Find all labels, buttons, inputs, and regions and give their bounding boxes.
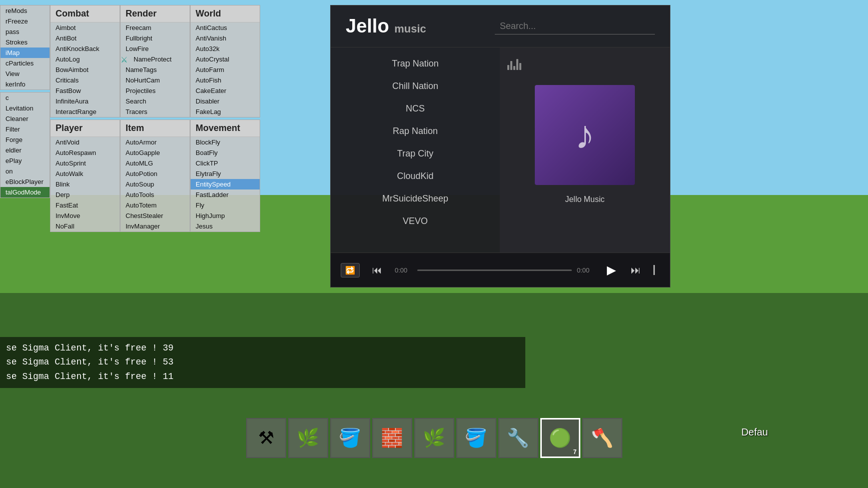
item-on[interactable]: on [1, 166, 50, 176]
item-forge[interactable]: Forge [1, 134, 50, 145]
hotbar-slot-7[interactable]: 🔧 [498, 418, 538, 458]
item-auto32k[interactable]: Auto32k [191, 44, 260, 54]
item-interactrange[interactable]: InteractRange [51, 106, 120, 117]
item-blink[interactable]: Blink [51, 179, 120, 190]
hotbar-slot-5[interactable]: 🌿 [414, 418, 454, 458]
item-cheststealer[interactable]: ChestStealer [121, 210, 190, 221]
item-jesus[interactable]: Jesus [191, 221, 260, 232]
item-autowalk[interactable]: AutoWalk [51, 168, 120, 179]
item-blockfly[interactable]: BlockFly [191, 137, 260, 148]
playlist-item-mrsuicidesheep[interactable]: MrSuicideSheep [331, 188, 500, 210]
item-anticactus[interactable]: AntiCactus [191, 22, 260, 33]
search-input[interactable] [495, 18, 655, 34]
item-view[interactable]: View [1, 68, 50, 79]
hotbar-slot-9[interactable]: 🪓 [582, 418, 622, 458]
item-eblockplayer[interactable]: eBlockPlayer [1, 176, 50, 187]
playlist-item-trapcity[interactable]: Trap City [331, 142, 500, 165]
item-fullbright[interactable]: Fullbright [121, 33, 190, 44]
item-antivanish[interactable]: AntiVanish [191, 33, 260, 44]
playlist-item-ncs[interactable]: NCS [331, 98, 500, 120]
item-autosprint[interactable]: AutoSprint [51, 158, 120, 168]
hotbar-slot-2[interactable]: 🌿 [288, 418, 328, 458]
item-tracers[interactable]: Tracers [121, 106, 190, 117]
item-projectiles[interactable]: Projectiles [121, 86, 190, 96]
item-autofarm[interactable]: AutoFarm [191, 64, 260, 75]
item-autofish[interactable]: AutoFish [191, 75, 260, 86]
item-freecam[interactable]: Freecam [121, 22, 190, 33]
item-kerinfo[interactable]: kerInfo [1, 79, 50, 90]
item-antivoid[interactable]: AntiVoid [51, 137, 120, 148]
item-fastladder[interactable]: FastLadder [191, 190, 260, 200]
music-subtitle: music [394, 22, 426, 35]
item-nohurtcam[interactable]: NoHurtCam [121, 75, 190, 86]
play-button[interactable]: ▶ [604, 260, 618, 280]
item-highjump[interactable]: HighJump [191, 210, 260, 221]
panel-item: Item AutoArmor AutoGapple AutoMLG AutoPo… [120, 120, 190, 232]
item-cparticles[interactable]: cParticles [1, 58, 50, 68]
rewind-button[interactable]: ⏮ [370, 262, 385, 278]
item-aimbot[interactable]: Aimbot [51, 22, 120, 33]
item-derp[interactable]: Derp [51, 190, 120, 200]
item-c[interactable]: c [1, 92, 50, 103]
item-eldler[interactable]: eldler [1, 145, 50, 156]
music-content: Trap Nation Chill Nation NCS Rap Nation … [331, 48, 670, 252]
item-autosoup[interactable]: AutoSoup [121, 179, 190, 190]
playlist-item-trapnation[interactable]: Trap Nation [331, 52, 500, 75]
item-nametags[interactable]: NameTags [121, 64, 190, 75]
item-fakelag[interactable]: FakeLag [191, 106, 260, 117]
item-filter[interactable]: Filter [1, 124, 50, 134]
item-fasteat[interactable]: FastEat [51, 200, 120, 210]
playlist-item-vevo[interactable]: VEVO [331, 210, 500, 232]
item-strokes[interactable]: Strokes [1, 37, 50, 48]
hotbar-slot-1[interactable]: ⚒ [246, 418, 286, 458]
item-search[interactable]: Search [121, 96, 190, 106]
item-autocrystal[interactable]: AutoCrystal [191, 54, 260, 64]
item-antibot[interactable]: AntiBot [51, 33, 120, 44]
item-nofall[interactable]: NoFall [51, 221, 120, 232]
item-infiniteaura[interactable]: InfiniteAura [51, 96, 120, 106]
playlist-item-rapnation[interactable]: Rap Nation [331, 120, 500, 142]
item-autorespawn[interactable]: AutoRespawn [51, 148, 120, 158]
item-autolog[interactable]: AutoLog [51, 54, 120, 64]
item-fly[interactable]: Fly [191, 200, 260, 210]
item-talgodmode[interactable]: talGodMode [1, 187, 50, 198]
item-elytrafly[interactable]: ElytraFly [191, 168, 260, 179]
item-fastbow[interactable]: FastBow [51, 86, 120, 96]
hotbar-slot-3[interactable]: 🪣 [330, 418, 370, 458]
item-criticals[interactable]: Criticals [51, 75, 120, 86]
item-autoarmor[interactable]: AutoArmor [121, 137, 190, 148]
playlist-item-cloudkid[interactable]: CloudKid [331, 165, 500, 188]
fast-forward-button[interactable]: ⏭ [628, 262, 643, 278]
item-autogapple[interactable]: AutoGapple [121, 148, 190, 158]
hotbar-slot-6[interactable]: 🪣 [456, 418, 496, 458]
progress-bar[interactable] [417, 270, 572, 271]
item-invmanager[interactable]: InvManager [121, 221, 190, 232]
item-invmove[interactable]: InvMove [51, 210, 120, 221]
hotbar-slot-4[interactable]: 🧱 [372, 418, 412, 458]
item-clicktp[interactable]: ClickTP [191, 158, 260, 168]
item-cleaner[interactable]: Cleaner [1, 114, 50, 124]
item-autotools[interactable]: AutoTools [121, 190, 190, 200]
item-bowaimbot[interactable]: BowAimbot [51, 64, 120, 75]
item-imap[interactable]: iMap [1, 48, 50, 58]
hotbar-slot-8[interactable]: 🟢 7 [540, 418, 580, 458]
item-rfreeze[interactable]: rFreeze [1, 16, 50, 26]
item-entityspeed[interactable]: EntitySpeed [191, 179, 260, 190]
item-disabler[interactable]: Disabler [191, 96, 260, 106]
item-levitation[interactable]: Levitation [1, 103, 50, 114]
item-boatfly[interactable]: BoatFly [191, 148, 260, 158]
item-automlg[interactable]: AutoMLG [121, 158, 190, 168]
item-antiknockback[interactable]: AntiKnockBack [51, 44, 120, 54]
loop-button[interactable]: 🔁 [341, 263, 360, 278]
item-nameprotect[interactable]: ⚔ NameProtect [121, 54, 190, 64]
panel-partial-bottom: c Levitation Cleaner Filter Forge eldler… [0, 92, 50, 198]
item-pass[interactable]: pass [1, 26, 50, 37]
item-autototem[interactable]: AutoTotem [121, 200, 190, 210]
item-autopotion[interactable]: AutoPotion [121, 168, 190, 179]
item-cakeeater[interactable]: CakeEater [191, 86, 260, 96]
playlist-item-chillnation[interactable]: Chill Nation [331, 75, 500, 98]
item-lowfire[interactable]: LowFire [121, 44, 190, 54]
item-remods[interactable]: reMods [1, 6, 50, 16]
eq-bar-2 [510, 61, 512, 70]
item-eplay[interactable]: ePlay [1, 156, 50, 166]
